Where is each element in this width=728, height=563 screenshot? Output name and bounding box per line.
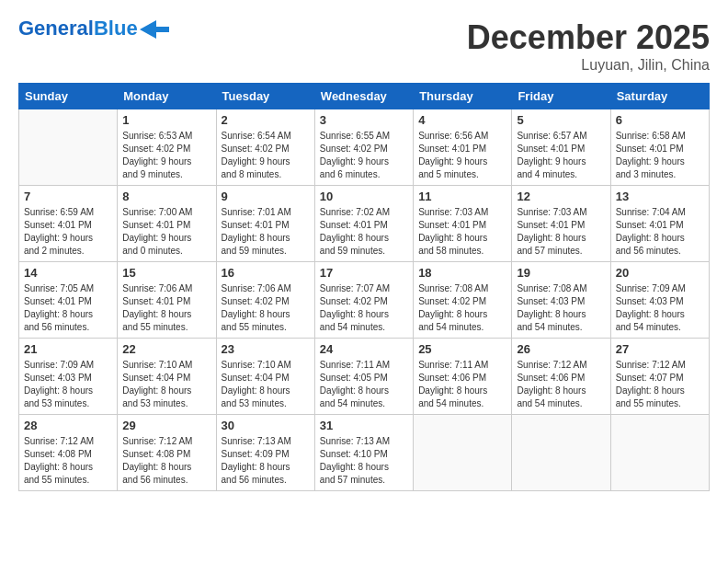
day-number: 16 bbox=[222, 266, 310, 280]
day-info: Sunrise: 7:03 AM Sunset: 4:01 PM Dayligh… bbox=[418, 206, 506, 258]
calendar-table: SundayMondayTuesdayWednesdayThursdayFrid… bbox=[18, 83, 710, 491]
location-text: Luyuan, Jilin, China bbox=[467, 57, 710, 74]
day-number: 25 bbox=[418, 342, 506, 356]
day-info: Sunrise: 6:58 AM Sunset: 4:01 PM Dayligh… bbox=[616, 130, 704, 181]
calendar-cell: 8Sunrise: 7:00 AM Sunset: 4:01 PM Daylig… bbox=[118, 186, 216, 262]
weekday-header-friday: Friday bbox=[512, 84, 610, 109]
calendar-cell: 23Sunrise: 7:10 AM Sunset: 4:04 PM Dayli… bbox=[216, 339, 314, 415]
day-info: Sunrise: 7:00 AM Sunset: 4:01 PM Dayligh… bbox=[122, 206, 210, 258]
calendar-cell: 20Sunrise: 7:09 AM Sunset: 4:03 PM Dayli… bbox=[610, 262, 709, 339]
day-info: Sunrise: 7:08 AM Sunset: 4:03 PM Dayligh… bbox=[517, 282, 605, 334]
day-info: Sunrise: 7:12 AM Sunset: 4:08 PM Dayligh… bbox=[122, 435, 210, 487]
calendar-cell: 14Sunrise: 7:05 AM Sunset: 4:01 PM Dayli… bbox=[19, 262, 118, 339]
day-info: Sunrise: 7:13 AM Sunset: 4:10 PM Dayligh… bbox=[320, 435, 408, 487]
day-number: 31 bbox=[320, 419, 408, 432]
day-number: 18 bbox=[418, 266, 506, 280]
calendar-cell: 1Sunrise: 6:53 AM Sunset: 4:02 PM Daylig… bbox=[118, 109, 216, 186]
calendar-cell: 9Sunrise: 7:01 AM Sunset: 4:01 PM Daylig… bbox=[216, 186, 314, 262]
calendar-cell bbox=[414, 415, 512, 491]
day-info: Sunrise: 7:06 AM Sunset: 4:01 PM Dayligh… bbox=[122, 282, 210, 334]
day-number: 20 bbox=[616, 266, 704, 280]
day-info: Sunrise: 7:10 AM Sunset: 4:04 PM Dayligh… bbox=[122, 359, 210, 410]
day-info: Sunrise: 7:10 AM Sunset: 4:04 PM Dayligh… bbox=[222, 359, 310, 410]
weekday-header-monday: Monday bbox=[118, 84, 216, 109]
calendar-week-5: 28Sunrise: 7:12 AM Sunset: 4:08 PM Dayli… bbox=[19, 415, 710, 491]
title-block: December 2025 Luyuan, Jilin, China bbox=[467, 18, 710, 74]
calendar-cell: 31Sunrise: 7:13 AM Sunset: 4:10 PM Dayli… bbox=[314, 415, 413, 491]
calendar-cell: 25Sunrise: 7:11 AM Sunset: 4:06 PM Dayli… bbox=[414, 339, 512, 415]
calendar-cell: 24Sunrise: 7:11 AM Sunset: 4:05 PM Dayli… bbox=[314, 339, 413, 415]
calendar-week-2: 7Sunrise: 6:59 AM Sunset: 4:01 PM Daylig… bbox=[19, 186, 710, 262]
logo: GeneralBlue bbox=[18, 18, 169, 39]
calendar-cell: 18Sunrise: 7:08 AM Sunset: 4:02 PM Dayli… bbox=[414, 262, 512, 339]
calendar-cell: 19Sunrise: 7:08 AM Sunset: 4:03 PM Dayli… bbox=[512, 262, 610, 339]
day-number: 2 bbox=[222, 113, 310, 127]
calendar-cell: 13Sunrise: 7:04 AM Sunset: 4:01 PM Dayli… bbox=[610, 186, 709, 262]
day-number: 27 bbox=[616, 342, 704, 356]
day-number: 23 bbox=[222, 342, 310, 356]
calendar-cell: 26Sunrise: 7:12 AM Sunset: 4:06 PM Dayli… bbox=[512, 339, 610, 415]
calendar-cell: 10Sunrise: 7:02 AM Sunset: 4:01 PM Dayli… bbox=[314, 186, 413, 262]
day-info: Sunrise: 7:11 AM Sunset: 4:05 PM Dayligh… bbox=[320, 359, 408, 410]
day-info: Sunrise: 7:09 AM Sunset: 4:03 PM Dayligh… bbox=[24, 359, 112, 410]
svg-marker-0 bbox=[140, 20, 169, 39]
calendar-cell bbox=[610, 415, 709, 491]
day-info: Sunrise: 7:02 AM Sunset: 4:01 PM Dayligh… bbox=[320, 206, 408, 258]
day-number: 21 bbox=[24, 342, 112, 356]
day-info: Sunrise: 7:12 AM Sunset: 4:08 PM Dayligh… bbox=[24, 435, 112, 487]
day-number: 3 bbox=[320, 113, 408, 127]
weekday-header-wednesday: Wednesday bbox=[314, 84, 413, 109]
page-header: GeneralBlue December 2025 Luyuan, Jilin,… bbox=[18, 18, 710, 74]
calendar-cell: 21Sunrise: 7:09 AM Sunset: 4:03 PM Dayli… bbox=[19, 339, 118, 415]
day-info: Sunrise: 7:13 AM Sunset: 4:09 PM Dayligh… bbox=[222, 435, 310, 487]
calendar-cell bbox=[512, 415, 610, 491]
day-number: 5 bbox=[517, 113, 605, 127]
day-number: 9 bbox=[222, 190, 310, 203]
day-number: 17 bbox=[320, 266, 408, 280]
day-info: Sunrise: 6:53 AM Sunset: 4:02 PM Dayligh… bbox=[122, 130, 210, 181]
day-number: 6 bbox=[616, 113, 704, 127]
day-info: Sunrise: 7:08 AM Sunset: 4:02 PM Dayligh… bbox=[418, 282, 506, 334]
day-number: 8 bbox=[122, 190, 210, 203]
calendar-cell: 17Sunrise: 7:07 AM Sunset: 4:02 PM Dayli… bbox=[314, 262, 413, 339]
calendar-cell: 6Sunrise: 6:58 AM Sunset: 4:01 PM Daylig… bbox=[610, 109, 709, 186]
calendar-cell: 15Sunrise: 7:06 AM Sunset: 4:01 PM Dayli… bbox=[118, 262, 216, 339]
calendar-cell: 3Sunrise: 6:55 AM Sunset: 4:02 PM Daylig… bbox=[314, 109, 413, 186]
day-info: Sunrise: 7:11 AM Sunset: 4:06 PM Dayligh… bbox=[418, 359, 506, 410]
calendar-cell bbox=[19, 109, 118, 186]
day-info: Sunrise: 7:09 AM Sunset: 4:03 PM Dayligh… bbox=[616, 282, 704, 334]
calendar-cell: 16Sunrise: 7:06 AM Sunset: 4:02 PM Dayli… bbox=[216, 262, 314, 339]
day-number: 14 bbox=[24, 266, 112, 280]
day-number: 22 bbox=[122, 342, 210, 356]
calendar-cell: 29Sunrise: 7:12 AM Sunset: 4:08 PM Dayli… bbox=[118, 415, 216, 491]
day-number: 7 bbox=[24, 190, 112, 203]
day-info: Sunrise: 7:03 AM Sunset: 4:01 PM Dayligh… bbox=[517, 206, 605, 258]
day-number: 13 bbox=[616, 190, 704, 203]
day-info: Sunrise: 6:59 AM Sunset: 4:01 PM Dayligh… bbox=[24, 206, 112, 258]
calendar-cell: 12Sunrise: 7:03 AM Sunset: 4:01 PM Dayli… bbox=[512, 186, 610, 262]
day-info: Sunrise: 7:06 AM Sunset: 4:02 PM Dayligh… bbox=[222, 282, 310, 334]
calendar-week-1: 1Sunrise: 6:53 AM Sunset: 4:02 PM Daylig… bbox=[19, 109, 710, 186]
weekday-header-sunday: Sunday bbox=[19, 84, 118, 109]
day-info: Sunrise: 7:05 AM Sunset: 4:01 PM Dayligh… bbox=[24, 282, 112, 334]
calendar-cell: 2Sunrise: 6:54 AM Sunset: 4:02 PM Daylig… bbox=[216, 109, 314, 186]
day-number: 4 bbox=[418, 113, 506, 127]
day-info: Sunrise: 7:12 AM Sunset: 4:06 PM Dayligh… bbox=[517, 359, 605, 410]
calendar-cell: 4Sunrise: 6:56 AM Sunset: 4:01 PM Daylig… bbox=[414, 109, 512, 186]
day-number: 26 bbox=[517, 342, 605, 356]
day-number: 15 bbox=[122, 266, 210, 280]
day-number: 24 bbox=[320, 342, 408, 356]
calendar-cell: 27Sunrise: 7:12 AM Sunset: 4:07 PM Dayli… bbox=[610, 339, 709, 415]
calendar-cell: 7Sunrise: 6:59 AM Sunset: 4:01 PM Daylig… bbox=[19, 186, 118, 262]
month-title: December 2025 bbox=[467, 18, 710, 57]
calendar-cell: 5Sunrise: 6:57 AM Sunset: 4:01 PM Daylig… bbox=[512, 109, 610, 186]
calendar-cell: 30Sunrise: 7:13 AM Sunset: 4:09 PM Dayli… bbox=[216, 415, 314, 491]
day-number: 10 bbox=[320, 190, 408, 203]
day-number: 30 bbox=[222, 419, 310, 432]
day-info: Sunrise: 7:04 AM Sunset: 4:01 PM Dayligh… bbox=[616, 206, 704, 258]
calendar-week-4: 21Sunrise: 7:09 AM Sunset: 4:03 PM Dayli… bbox=[19, 339, 710, 415]
weekday-header-tuesday: Tuesday bbox=[216, 84, 314, 109]
day-info: Sunrise: 7:07 AM Sunset: 4:02 PM Dayligh… bbox=[320, 282, 408, 334]
calendar-week-3: 14Sunrise: 7:05 AM Sunset: 4:01 PM Dayli… bbox=[19, 262, 710, 339]
day-info: Sunrise: 6:55 AM Sunset: 4:02 PM Dayligh… bbox=[320, 130, 408, 181]
